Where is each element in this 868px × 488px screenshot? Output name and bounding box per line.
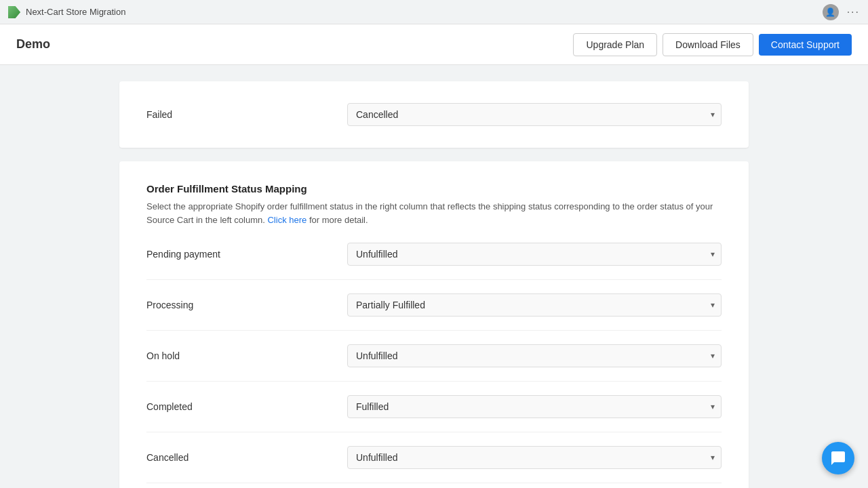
mapping-select-on-hold[interactable]: UnfulfilledPartially FulfilledFulfilledR… — [347, 344, 722, 367]
app-header: Demo Upgrade Plan Download Files Contact… — [0, 24, 868, 65]
title-bar: Next-Cart Store Migration 👤 ··· — [0, 0, 868, 24]
main-content: Failed Cancelled Unfulfilled Partially F… — [108, 81, 760, 488]
app-logo: Demo — [16, 37, 573, 52]
row-divider — [146, 330, 722, 331]
mapping-label-cancelled: Cancelled — [146, 452, 336, 463]
top-failed-row: Failed Cancelled Unfulfilled Partially F… — [146, 103, 722, 126]
user-avatar-icon: 👤 — [823, 4, 839, 20]
mapping-label-on-hold: On hold — [146, 350, 336, 361]
top-failed-select[interactable]: Cancelled Unfulfilled Partially Fulfille… — [347, 103, 722, 126]
mapping-select-wrapper: UnfulfilledPartially FulfilledFulfilledR… — [347, 243, 722, 266]
fulfillment-section-title: Order Fulfillment Status Mapping — [146, 183, 722, 195]
mapping-select-processing[interactable]: UnfulfilledPartially FulfilledFulfilledR… — [347, 293, 722, 317]
top-failed-label: Failed — [146, 109, 336, 120]
fulfillment-desc-text: Select the appropriate Shopify order ful… — [146, 201, 713, 225]
download-files-button[interactable]: Download Files — [663, 33, 753, 56]
mapping-row: CancelledUnfulfilledPartially FulfilledF… — [146, 446, 722, 469]
mapping-select-wrapper: UnfulfilledPartially FulfilledFulfilledR… — [347, 344, 722, 367]
mapping-select-wrapper: UnfulfilledPartially FulfilledFulfilledR… — [347, 446, 722, 469]
chat-button[interactable] — [822, 442, 854, 474]
upgrade-plan-button[interactable]: Upgrade Plan — [573, 33, 657, 56]
fulfillment-card: Order Fulfillment Status Mapping Select … — [119, 161, 749, 488]
top-failed-select-wrapper: Cancelled Unfulfilled Partially Fulfille… — [347, 103, 722, 126]
mapping-label-completed: Completed — [146, 401, 336, 412]
more-options-icon[interactable]: ··· — [847, 6, 860, 18]
mapping-select-cancelled[interactable]: UnfulfilledPartially FulfilledFulfilledR… — [347, 446, 722, 469]
mapping-row: On holdUnfulfilledPartially FulfilledFul… — [146, 344, 722, 367]
row-divider — [146, 483, 722, 483]
title-bar-actions: 👤 ··· — [823, 4, 860, 20]
mapping-row: CompletedUnfulfilledPartially FulfilledF… — [146, 395, 722, 418]
mapping-select-wrapper: UnfulfilledPartially FulfilledFulfilledR… — [347, 395, 722, 418]
title-bar-text: Next-Cart Store Migration — [26, 7, 125, 17]
row-divider — [146, 279, 722, 280]
mapping-rows-container: Pending paymentUnfulfilledPartially Fulf… — [146, 243, 722, 488]
chat-icon — [830, 450, 846, 466]
contact-support-button[interactable]: Contact Support — [759, 34, 852, 56]
mapping-row: ProcessingUnfulfilledPartially Fulfilled… — [146, 293, 722, 317]
mapping-select-pending-payment[interactable]: UnfulfilledPartially FulfilledFulfilledR… — [347, 243, 722, 266]
mapping-select-wrapper: UnfulfilledPartially FulfilledFulfilledR… — [347, 293, 722, 317]
mapping-label-pending-payment: Pending payment — [146, 249, 336, 260]
fulfillment-click-here-link[interactable]: Click here — [267, 215, 307, 225]
svg-marker-1 — [8, 6, 20, 18]
mapping-select-completed[interactable]: UnfulfilledPartially FulfilledFulfilledR… — [347, 395, 722, 418]
row-divider — [146, 432, 722, 432]
fulfillment-desc-suffix: for more detail. — [309, 215, 368, 225]
header-actions: Upgrade Plan Download Files Contact Supp… — [573, 33, 852, 56]
mapping-row: Pending paymentUnfulfilledPartially Fulf… — [146, 243, 722, 266]
top-card: Failed Cancelled Unfulfilled Partially F… — [119, 81, 749, 148]
row-divider — [146, 381, 722, 382]
mapping-label-processing: Processing — [146, 300, 336, 310]
fulfillment-section-desc: Select the appropriate Shopify order ful… — [146, 200, 722, 226]
app-icon — [8, 6, 20, 18]
